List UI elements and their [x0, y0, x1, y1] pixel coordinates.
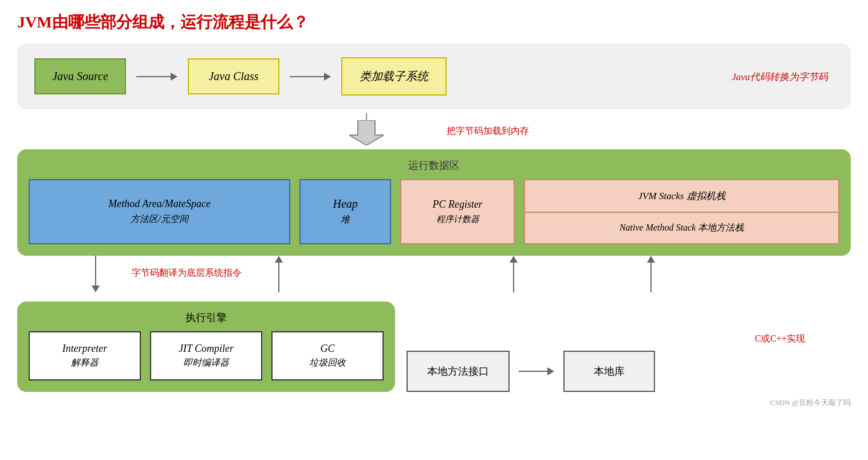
java-class-box: Java Class: [188, 58, 279, 94]
down-arrow-section: 把字节码加载到内存: [17, 109, 851, 149]
exec-label: 字节码翻译为底层系统指令: [132, 267, 242, 279]
java-source-box: Java Source: [34, 58, 126, 94]
top-label: Java代码转换为字节码: [732, 70, 828, 83]
bottom-sections: 执行引擎 Interpreter 解释器 JIT Compiler 即时编译器 …: [17, 302, 851, 392]
jit-compiler-box: JIT Compiler 即时编译器: [150, 331, 262, 380]
exec-title: 执行引擎: [29, 311, 384, 324]
arrow-native-right: [519, 367, 554, 375]
hollow-down-arrow: [349, 120, 384, 145]
stacks-group: JVM Stacks 虚拟机栈 Native Method Stack 本地方法…: [524, 179, 839, 244]
arrow-1: [136, 73, 177, 81]
arrow-2: [290, 73, 331, 81]
middle-section: 运行数据区 Method Area/MateSpace 方法区/元空间 Heap…: [17, 149, 851, 256]
interpreter-box: Interpreter 解释器: [29, 331, 141, 380]
arrow-method-to-exec: [92, 256, 100, 292]
arrows-connector-row: 字节码翻译为底层系统指令: [17, 256, 851, 302]
native-label: C或C++实现: [407, 333, 805, 345]
arrow-heap-up: [275, 256, 283, 292]
arrow-native-to-stacks-1: [510, 256, 518, 292]
page-title: JVM由哪些部分组成，运行流程是什么？: [17, 11, 851, 33]
pc-register-box: PC Register 程序计数器: [400, 179, 515, 244]
top-section: Java Source Java Class 类加载子系统 Java代码转换为字…: [17, 43, 851, 109]
method-area-box: Method Area/MateSpace 方法区/元空间: [29, 179, 290, 244]
exec-engine-section: 执行引擎 Interpreter 解释器 JIT Compiler 即时编译器 …: [17, 302, 395, 392]
csdn-label: CSDN @豆粉今天敲了吗: [17, 398, 851, 408]
svg-marker-0: [349, 120, 384, 145]
arrow-native-to-stacks-2: [647, 256, 655, 292]
native-interface-box: 本地方法接口: [407, 351, 510, 392]
heap-box: Heap 堆: [299, 179, 391, 244]
native-lib-box: 本地库: [563, 351, 655, 392]
classloader-box: 类加载子系统: [341, 57, 447, 96]
down-arrow-label: 把字节码加载到内存: [447, 125, 529, 137]
native-section: C或C++实现 本地方法接口 本地库: [407, 302, 851, 392]
middle-title: 运行数据区: [29, 158, 839, 172]
gc-box: GC 垃圾回收: [271, 331, 384, 380]
